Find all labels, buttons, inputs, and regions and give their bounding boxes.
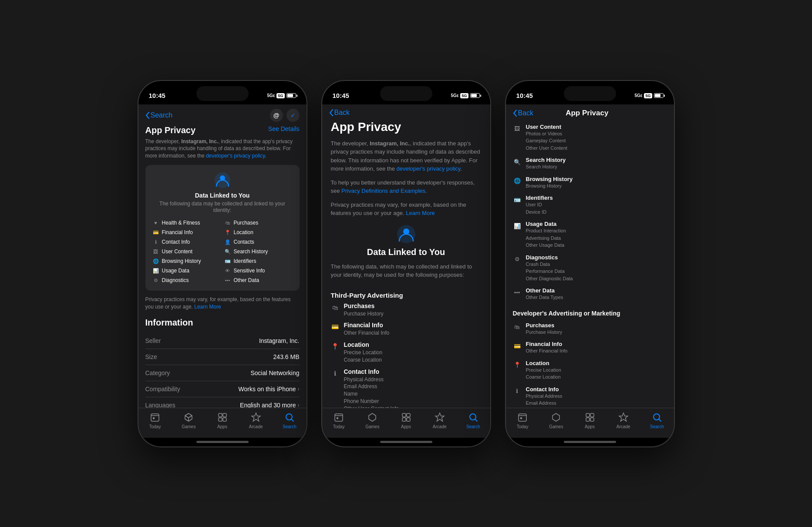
nav-bar-2: Back [322,104,490,120]
back-button-3[interactable]: Back [513,109,534,117]
status-icons-3: 5Gε 5G [634,93,663,98]
tab-search-2[interactable]: Search [456,412,490,429]
tab-arcade-2[interactable]: Arcade [423,412,456,429]
nav-right-1: @ ✓ [270,109,300,122]
tab-games-2[interactable]: Games [356,412,389,429]
privacy-policy-link-1[interactable]: developer's privacy policy [206,153,265,159]
svg-rect-2 [151,414,159,421]
p2-item-financial: 💳 Financial Info Other Financial Info [331,322,482,337]
dots-icon: ••• [224,277,231,284]
tab-bar-1: Today Games Apps Arcade [138,408,307,438]
privacy-policy-link-2[interactable]: developer's privacy policy [397,165,461,172]
back-label-3: Back [518,109,534,117]
info-icon-3: ℹ [513,387,522,396]
svg-rect-7 [223,413,226,417]
data-linked-title-1: Data Linked to You [152,192,293,199]
heart-icon: ♥ [152,219,159,226]
battery-icon-2 [470,93,480,98]
p2-item-location: 📍 Location Precise LocationCoarse Locati… [331,341,482,364]
info-row-compatibility[interactable]: Compatibility Works on this iPhone › [145,381,300,397]
tab-today-3[interactable]: Today [506,412,539,429]
privacy-defs-link[interactable]: Privacy Definitions and Examples [341,188,425,194]
photo-icon: 🖼 [152,248,159,255]
tab-apps-3[interactable]: Apps [573,412,606,429]
svg-rect-14 [335,414,343,421]
tab-label-search-3: Search [650,424,664,429]
checkmark-button-1[interactable]: ✓ [286,109,300,122]
svg-rect-26 [586,413,590,417]
tab-label-today-3: Today [517,424,529,429]
tab-arcade-3[interactable]: Arcade [606,412,640,429]
tab-games-3[interactable]: Games [539,412,573,429]
screen-content-1[interactable]: App Privacy See Details The developer, I… [138,125,307,408]
creditcard-icon: 💳 [152,229,159,236]
privacy-body-1: The developer, Instagram, Inc., indicate… [145,138,300,160]
tab-apps-1[interactable]: Apps [206,412,239,429]
back-button-2[interactable]: Back [329,109,350,117]
search-tab-icon-1 [284,412,295,423]
phone-3: 10:45 5Gε 5G Back App Privacy 🖼 User Con… [505,80,675,447]
status-bar-2: 10:45 5Gε 5G [322,81,490,104]
data-item-user-content: 🖼 User Content [152,248,221,255]
info-icon: ℹ [152,238,159,245]
data-item-usage: 📊 Usage Data [152,267,221,274]
svg-rect-16 [337,417,338,419]
nav-bar-1: Search @ ✓ [138,104,307,125]
creditcard-icon-2: 💳 [331,322,340,331]
status-icons-2: 5Gε 5G [451,93,479,98]
learn-more-link-2[interactable]: Learn More [406,210,435,216]
dots-icon-3: ••• [513,288,522,297]
screen-content-2[interactable]: App Privacy The developer, Instagram, In… [322,120,490,408]
screen-2: Back App Privacy The developer, Instagra… [322,104,490,438]
threads-icon-1[interactable]: @ [270,109,283,122]
signal-5g-3: 5G [644,93,652,98]
tab-label-apps-2: Apps [401,424,411,429]
screen-content-3[interactable]: 🖼 User Content Photos or VideosGameplay … [506,121,674,408]
tab-apps-2[interactable]: Apps [389,412,423,429]
info-row-size: Size 243.6 MB [145,349,300,365]
p2-item-purchases: 🛍 Purchases Purchase History [331,302,482,318]
tab-arcade-1[interactable]: Arcade [239,412,273,429]
info-row-languages[interactable]: Languages English and 30 more › [145,397,300,408]
search-icon: 🔍 [224,248,231,255]
tab-search-3[interactable]: Search [640,412,674,429]
tab-today-2[interactable]: Today [322,412,356,429]
tab-label-today-1: Today [149,424,161,429]
privacy-title-1: App Privacy [145,125,196,135]
apps-icon-3 [584,412,596,423]
data-grid-1: ♥ Health & Fitness 🛍 Purchases 💳 Financi… [152,219,293,284]
search-icon-3: 🔍 [513,158,522,166]
tab-search-1[interactable]: Search [273,412,306,429]
tab-today-1[interactable]: Today [138,412,172,429]
today-icon-3 [517,412,528,423]
third-party-header: Third-Party Advertising [331,292,482,299]
svg-rect-17 [402,413,406,417]
svg-rect-18 [407,413,410,417]
chart-icon: 📊 [152,267,159,274]
chart-icon-3: 📊 [513,222,522,230]
learn-more-link-1[interactable]: Learn More [194,304,221,310]
signal-5g-1: 5G [276,93,284,98]
id-icon: 🪪 [224,258,231,265]
tab-games-1[interactable]: Games [172,412,206,429]
gear-icon: ⚙ [152,277,159,284]
id-icon-3: 🪪 [513,195,522,204]
status-time-2: 10:45 [333,92,349,99]
status-bar-3: 10:45 5Gε 5G [506,81,674,104]
person-icon-1 [152,172,293,188]
data-item-browsing: 🌐 Browsing History [152,258,221,265]
data-linked-sub-2: The following data, which may be collect… [331,262,482,279]
eye-icon: 👁 [224,267,231,274]
back-button-1[interactable]: Search [145,111,173,119]
arcade-icon-2 [434,412,445,423]
p3-other-data: ••• Other Data Other Data Types [513,285,667,304]
svg-rect-19 [402,418,406,421]
status-bar-1: 10:45 5Gε 5G [138,81,307,104]
apps-icon-1 [217,412,228,423]
battery-icon-3 [654,93,664,98]
globe-icon: 🌐 [152,258,159,265]
svg-rect-6 [219,413,222,417]
data-item-location: 📍 Location [224,229,293,236]
p3-diagnostics: ⚙ Diagnostics Crash DataPerformance Data… [513,252,667,285]
see-details-link-1[interactable]: See Details [268,125,300,132]
